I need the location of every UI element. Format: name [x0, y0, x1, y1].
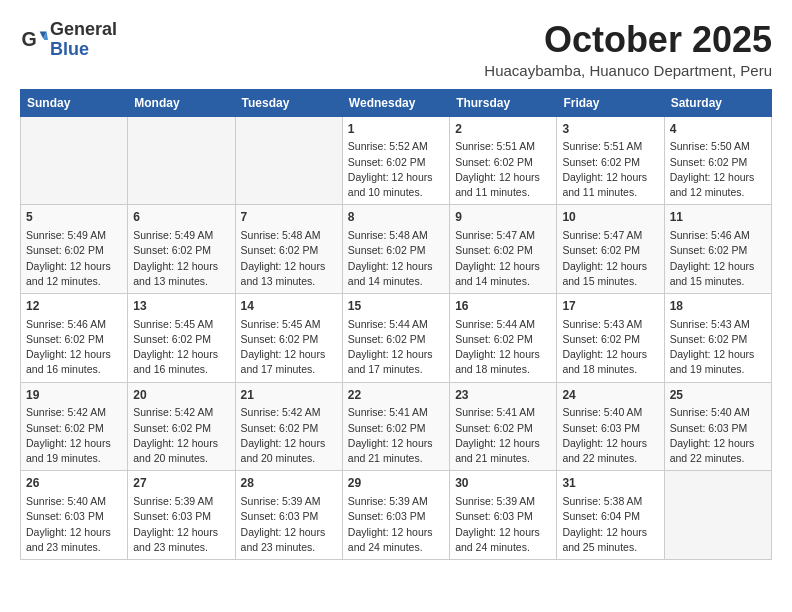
- day-number: 14: [241, 298, 337, 315]
- daylight-info: Daylight: 12 hours and 23 minutes.: [241, 526, 326, 553]
- calendar-day-19: 19Sunrise: 5:42 AMSunset: 6:02 PMDayligh…: [21, 382, 128, 471]
- daylight-info: Daylight: 12 hours and 16 minutes.: [26, 348, 111, 375]
- day-number: 12: [26, 298, 122, 315]
- calendar-day-10: 10Sunrise: 5:47 AMSunset: 6:02 PMDayligh…: [557, 205, 664, 294]
- calendar-week-1: 1Sunrise: 5:52 AMSunset: 6:02 PMDaylight…: [21, 116, 772, 205]
- daylight-info: Daylight: 12 hours and 22 minutes.: [562, 437, 647, 464]
- day-info: Sunrise: 5:48 AMSunset: 6:02 PMDaylight:…: [241, 228, 337, 289]
- daylight-info: Daylight: 12 hours and 18 minutes.: [562, 348, 647, 375]
- calendar-day-22: 22Sunrise: 5:41 AMSunset: 6:02 PMDayligh…: [342, 382, 449, 471]
- sunset-info: Sunset: 6:02 PM: [348, 244, 426, 256]
- calendar-day-7: 7Sunrise: 5:48 AMSunset: 6:02 PMDaylight…: [235, 205, 342, 294]
- calendar-day-5: 5Sunrise: 5:49 AMSunset: 6:02 PMDaylight…: [21, 205, 128, 294]
- day-number: 19: [26, 387, 122, 404]
- daylight-info: Daylight: 12 hours and 15 minutes.: [670, 260, 755, 287]
- calendar-day-4: 4Sunrise: 5:50 AMSunset: 6:02 PMDaylight…: [664, 116, 771, 205]
- sunrise-info: Sunrise: 5:49 AM: [133, 229, 213, 241]
- sunrise-info: Sunrise: 5:40 AM: [26, 495, 106, 507]
- daylight-info: Daylight: 12 hours and 18 minutes.: [455, 348, 540, 375]
- svg-text:G: G: [21, 27, 36, 49]
- daylight-info: Daylight: 12 hours and 14 minutes.: [455, 260, 540, 287]
- day-number: 1: [348, 121, 444, 138]
- calendar-day-12: 12Sunrise: 5:46 AMSunset: 6:02 PMDayligh…: [21, 293, 128, 382]
- day-number: 10: [562, 209, 658, 226]
- day-info: Sunrise: 5:45 AMSunset: 6:02 PMDaylight:…: [241, 317, 337, 378]
- sunset-info: Sunset: 6:02 PM: [455, 333, 533, 345]
- calendar-day-17: 17Sunrise: 5:43 AMSunset: 6:02 PMDayligh…: [557, 293, 664, 382]
- logo-text: General Blue: [50, 20, 117, 60]
- daylight-info: Daylight: 12 hours and 20 minutes.: [241, 437, 326, 464]
- day-info: Sunrise: 5:44 AMSunset: 6:02 PMDaylight:…: [348, 317, 444, 378]
- day-number: 4: [670, 121, 766, 138]
- daylight-info: Daylight: 12 hours and 16 minutes.: [133, 348, 218, 375]
- logo-blue: Blue: [50, 39, 89, 59]
- sunrise-info: Sunrise: 5:46 AM: [26, 318, 106, 330]
- sunset-info: Sunset: 6:02 PM: [455, 422, 533, 434]
- calendar-empty-cell: [128, 116, 235, 205]
- sunset-info: Sunset: 6:02 PM: [670, 156, 748, 168]
- weekday-header-wednesday: Wednesday: [342, 89, 449, 116]
- calendar-day-13: 13Sunrise: 5:45 AMSunset: 6:02 PMDayligh…: [128, 293, 235, 382]
- sunset-info: Sunset: 6:02 PM: [26, 333, 104, 345]
- sunrise-info: Sunrise: 5:47 AM: [455, 229, 535, 241]
- day-info: Sunrise: 5:42 AMSunset: 6:02 PMDaylight:…: [26, 405, 122, 466]
- calendar-day-6: 6Sunrise: 5:49 AMSunset: 6:02 PMDaylight…: [128, 205, 235, 294]
- sunrise-info: Sunrise: 5:43 AM: [562, 318, 642, 330]
- day-number: 9: [455, 209, 551, 226]
- sunset-info: Sunset: 6:02 PM: [455, 244, 533, 256]
- sunrise-info: Sunrise: 5:52 AM: [348, 140, 428, 152]
- calendar-day-15: 15Sunrise: 5:44 AMSunset: 6:02 PMDayligh…: [342, 293, 449, 382]
- weekday-header-thursday: Thursday: [450, 89, 557, 116]
- sunset-info: Sunset: 6:03 PM: [241, 510, 319, 522]
- sunset-info: Sunset: 6:03 PM: [133, 510, 211, 522]
- day-info: Sunrise: 5:49 AMSunset: 6:02 PMDaylight:…: [26, 228, 122, 289]
- sunset-info: Sunset: 6:03 PM: [455, 510, 533, 522]
- daylight-info: Daylight: 12 hours and 11 minutes.: [562, 171, 647, 198]
- day-info: Sunrise: 5:40 AMSunset: 6:03 PMDaylight:…: [562, 405, 658, 466]
- calendar-week-3: 12Sunrise: 5:46 AMSunset: 6:02 PMDayligh…: [21, 293, 772, 382]
- day-info: Sunrise: 5:49 AMSunset: 6:02 PMDaylight:…: [133, 228, 229, 289]
- day-info: Sunrise: 5:46 AMSunset: 6:02 PMDaylight:…: [26, 317, 122, 378]
- sunset-info: Sunset: 6:02 PM: [348, 333, 426, 345]
- sunrise-info: Sunrise: 5:42 AM: [26, 406, 106, 418]
- calendar-day-26: 26Sunrise: 5:40 AMSunset: 6:03 PMDayligh…: [21, 471, 128, 560]
- calendar-table: SundayMondayTuesdayWednesdayThursdayFrid…: [20, 89, 772, 560]
- sunset-info: Sunset: 6:03 PM: [26, 510, 104, 522]
- calendar-day-18: 18Sunrise: 5:43 AMSunset: 6:02 PMDayligh…: [664, 293, 771, 382]
- weekday-header-saturday: Saturday: [664, 89, 771, 116]
- sunrise-info: Sunrise: 5:46 AM: [670, 229, 750, 241]
- calendar-day-24: 24Sunrise: 5:40 AMSunset: 6:03 PMDayligh…: [557, 382, 664, 471]
- calendar-week-5: 26Sunrise: 5:40 AMSunset: 6:03 PMDayligh…: [21, 471, 772, 560]
- sunset-info: Sunset: 6:02 PM: [562, 156, 640, 168]
- sunset-info: Sunset: 6:02 PM: [26, 422, 104, 434]
- sunrise-info: Sunrise: 5:51 AM: [562, 140, 642, 152]
- logo: G General Blue: [20, 20, 117, 60]
- daylight-info: Daylight: 12 hours and 17 minutes.: [348, 348, 433, 375]
- sunrise-info: Sunrise: 5:39 AM: [241, 495, 321, 507]
- day-number: 5: [26, 209, 122, 226]
- day-number: 8: [348, 209, 444, 226]
- day-number: 21: [241, 387, 337, 404]
- location-subtitle: Huacaybamba, Huanuco Department, Peru: [484, 62, 772, 79]
- sunrise-info: Sunrise: 5:41 AM: [348, 406, 428, 418]
- logo-icon: G: [20, 26, 48, 54]
- calendar-empty-cell: [235, 116, 342, 205]
- day-info: Sunrise: 5:42 AMSunset: 6:02 PMDaylight:…: [133, 405, 229, 466]
- day-info: Sunrise: 5:41 AMSunset: 6:02 PMDaylight:…: [455, 405, 551, 466]
- header: G General Blue October 2025 Huacaybamba,…: [20, 20, 772, 79]
- day-info: Sunrise: 5:51 AMSunset: 6:02 PMDaylight:…: [562, 139, 658, 200]
- daylight-info: Daylight: 12 hours and 19 minutes.: [670, 348, 755, 375]
- page: G General Blue October 2025 Huacaybamba,…: [0, 0, 792, 570]
- sunrise-info: Sunrise: 5:40 AM: [562, 406, 642, 418]
- day-number: 17: [562, 298, 658, 315]
- calendar-day-20: 20Sunrise: 5:42 AMSunset: 6:02 PMDayligh…: [128, 382, 235, 471]
- day-number: 22: [348, 387, 444, 404]
- calendar-day-25: 25Sunrise: 5:40 AMSunset: 6:03 PMDayligh…: [664, 382, 771, 471]
- day-info: Sunrise: 5:46 AMSunset: 6:02 PMDaylight:…: [670, 228, 766, 289]
- daylight-info: Daylight: 12 hours and 14 minutes.: [348, 260, 433, 287]
- day-info: Sunrise: 5:39 AMSunset: 6:03 PMDaylight:…: [348, 494, 444, 555]
- sunset-info: Sunset: 6:02 PM: [26, 244, 104, 256]
- sunset-info: Sunset: 6:02 PM: [241, 333, 319, 345]
- sunset-info: Sunset: 6:02 PM: [241, 244, 319, 256]
- title-block: October 2025 Huacaybamba, Huanuco Depart…: [484, 20, 772, 79]
